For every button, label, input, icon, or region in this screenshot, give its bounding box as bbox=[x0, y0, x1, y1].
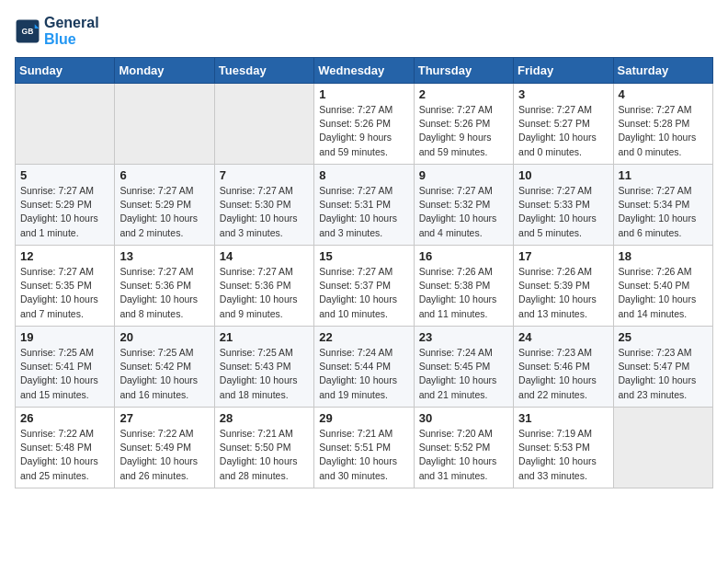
day-number: 25 bbox=[619, 330, 708, 344]
calendar-cell: 7Sunrise: 7:27 AMSunset: 5:30 PMDaylight… bbox=[214, 165, 313, 246]
day-info: Sunrise: 7:27 AMSunset: 5:28 PMDaylight:… bbox=[619, 103, 708, 159]
day-info: Sunrise: 7:27 AMSunset: 5:34 PMDaylight:… bbox=[619, 184, 708, 240]
day-info: Sunrise: 7:22 AMSunset: 5:49 PMDaylight:… bbox=[119, 427, 209, 483]
day-info: Sunrise: 7:27 AMSunset: 5:26 PMDaylight:… bbox=[319, 103, 408, 159]
day-info: Sunrise: 7:22 AMSunset: 5:48 PMDaylight:… bbox=[20, 427, 109, 483]
day-number: 15 bbox=[319, 249, 408, 263]
day-info: Sunrise: 7:19 AMSunset: 5:53 PMDaylight:… bbox=[518, 427, 608, 483]
header-day: Sunday bbox=[16, 58, 115, 84]
day-number: 19 bbox=[20, 330, 109, 344]
day-info: Sunrise: 7:24 AMSunset: 5:44 PMDaylight:… bbox=[319, 346, 408, 402]
day-info: Sunrise: 7:27 AMSunset: 5:30 PMDaylight:… bbox=[220, 184, 309, 240]
calendar-table: SundayMondayTuesdayWednesdayThursdayFrid… bbox=[15, 57, 713, 488]
calendar-cell: 29Sunrise: 7:21 AMSunset: 5:51 PMDayligh… bbox=[314, 408, 414, 488]
calendar-cell: 26Sunrise: 7:22 AMSunset: 5:48 PMDayligh… bbox=[16, 408, 115, 488]
day-info: Sunrise: 7:21 AMSunset: 5:51 PMDaylight:… bbox=[319, 427, 408, 483]
page-header: GB General Blue bbox=[15, 15, 713, 48]
day-info: Sunrise: 7:27 AMSunset: 5:26 PMDaylight:… bbox=[419, 103, 508, 159]
day-number: 23 bbox=[419, 330, 508, 344]
calendar-cell: 23Sunrise: 7:24 AMSunset: 5:45 PMDayligh… bbox=[414, 327, 513, 408]
calendar-cell bbox=[115, 84, 214, 165]
header-day: Thursday bbox=[414, 58, 513, 84]
header-day: Saturday bbox=[613, 58, 712, 84]
day-number: 21 bbox=[220, 330, 309, 344]
calendar-cell bbox=[214, 84, 313, 165]
header-day: Friday bbox=[514, 58, 613, 84]
calendar-week: 26Sunrise: 7:22 AMSunset: 5:48 PMDayligh… bbox=[16, 408, 713, 488]
day-info: Sunrise: 7:27 AMSunset: 5:36 PMDaylight:… bbox=[119, 265, 209, 321]
calendar-cell: 28Sunrise: 7:21 AMSunset: 5:50 PMDayligh… bbox=[214, 408, 313, 488]
calendar-cell: 11Sunrise: 7:27 AMSunset: 5:34 PMDayligh… bbox=[613, 165, 712, 246]
day-info: Sunrise: 7:27 AMSunset: 5:37 PMDaylight:… bbox=[319, 265, 408, 321]
calendar-cell: 12Sunrise: 7:27 AMSunset: 5:35 PMDayligh… bbox=[16, 246, 115, 327]
calendar-cell: 1Sunrise: 7:27 AMSunset: 5:26 PMDaylight… bbox=[314, 84, 414, 165]
day-number: 13 bbox=[119, 249, 209, 263]
day-number: 26 bbox=[20, 411, 109, 425]
calendar-cell: 16Sunrise: 7:26 AMSunset: 5:38 PMDayligh… bbox=[414, 246, 513, 327]
calendar-week: 12Sunrise: 7:27 AMSunset: 5:35 PMDayligh… bbox=[16, 246, 713, 327]
day-number: 9 bbox=[419, 168, 508, 182]
day-info: Sunrise: 7:27 AMSunset: 5:35 PMDaylight:… bbox=[20, 265, 109, 321]
calendar-cell: 9Sunrise: 7:27 AMSunset: 5:32 PMDaylight… bbox=[414, 165, 513, 246]
calendar-cell: 30Sunrise: 7:20 AMSunset: 5:52 PMDayligh… bbox=[414, 408, 513, 488]
logo-icon: GB bbox=[15, 18, 40, 44]
calendar-cell: 17Sunrise: 7:26 AMSunset: 5:39 PMDayligh… bbox=[514, 246, 613, 327]
calendar-cell: 27Sunrise: 7:22 AMSunset: 5:49 PMDayligh… bbox=[115, 408, 214, 488]
day-number: 27 bbox=[119, 411, 209, 425]
day-number: 22 bbox=[319, 330, 408, 344]
day-number: 3 bbox=[518, 87, 608, 101]
day-number: 24 bbox=[518, 330, 608, 344]
calendar-cell: 5Sunrise: 7:27 AMSunset: 5:29 PMDaylight… bbox=[16, 165, 115, 246]
day-number: 28 bbox=[220, 411, 309, 425]
day-number: 12 bbox=[20, 249, 109, 263]
svg-text:GB: GB bbox=[22, 27, 34, 36]
header-day: Tuesday bbox=[214, 58, 313, 84]
calendar-week: 19Sunrise: 7:25 AMSunset: 5:41 PMDayligh… bbox=[16, 327, 713, 408]
logo-text: General Blue bbox=[44, 15, 99, 48]
calendar-cell: 25Sunrise: 7:23 AMSunset: 5:47 PMDayligh… bbox=[613, 327, 712, 408]
day-info: Sunrise: 7:27 AMSunset: 5:27 PMDaylight:… bbox=[518, 103, 608, 159]
day-number: 7 bbox=[220, 168, 309, 182]
calendar-cell: 3Sunrise: 7:27 AMSunset: 5:27 PMDaylight… bbox=[514, 84, 613, 165]
day-info: Sunrise: 7:20 AMSunset: 5:52 PMDaylight:… bbox=[419, 427, 508, 483]
day-number: 8 bbox=[319, 168, 408, 182]
calendar-cell: 8Sunrise: 7:27 AMSunset: 5:31 PMDaylight… bbox=[314, 165, 414, 246]
day-info: Sunrise: 7:26 AMSunset: 5:40 PMDaylight:… bbox=[619, 265, 708, 321]
day-info: Sunrise: 7:26 AMSunset: 5:39 PMDaylight:… bbox=[518, 265, 608, 321]
day-number: 16 bbox=[419, 249, 508, 263]
day-number: 4 bbox=[619, 87, 708, 101]
day-info: Sunrise: 7:27 AMSunset: 5:32 PMDaylight:… bbox=[419, 184, 508, 240]
day-number: 31 bbox=[518, 411, 608, 425]
calendar-cell: 20Sunrise: 7:25 AMSunset: 5:42 PMDayligh… bbox=[115, 327, 214, 408]
day-info: Sunrise: 7:25 AMSunset: 5:43 PMDaylight:… bbox=[220, 346, 309, 402]
day-info: Sunrise: 7:27 AMSunset: 5:31 PMDaylight:… bbox=[319, 184, 408, 240]
calendar-cell: 14Sunrise: 7:27 AMSunset: 5:36 PMDayligh… bbox=[214, 246, 313, 327]
calendar-cell: 4Sunrise: 7:27 AMSunset: 5:28 PMDaylight… bbox=[613, 84, 712, 165]
day-number: 2 bbox=[419, 87, 508, 101]
day-info: Sunrise: 7:25 AMSunset: 5:41 PMDaylight:… bbox=[20, 346, 109, 402]
calendar-cell: 24Sunrise: 7:23 AMSunset: 5:46 PMDayligh… bbox=[514, 327, 613, 408]
calendar-week: 1Sunrise: 7:27 AMSunset: 5:26 PMDaylight… bbox=[16, 84, 713, 165]
day-info: Sunrise: 7:26 AMSunset: 5:38 PMDaylight:… bbox=[419, 265, 508, 321]
day-info: Sunrise: 7:23 AMSunset: 5:46 PMDaylight:… bbox=[518, 346, 608, 402]
calendar-cell: 6Sunrise: 7:27 AMSunset: 5:29 PMDaylight… bbox=[115, 165, 214, 246]
day-info: Sunrise: 7:27 AMSunset: 5:36 PMDaylight:… bbox=[220, 265, 309, 321]
day-info: Sunrise: 7:23 AMSunset: 5:47 PMDaylight:… bbox=[619, 346, 708, 402]
logo: GB General Blue bbox=[15, 15, 99, 48]
calendar-cell: 10Sunrise: 7:27 AMSunset: 5:33 PMDayligh… bbox=[514, 165, 613, 246]
calendar-cell: 13Sunrise: 7:27 AMSunset: 5:36 PMDayligh… bbox=[115, 246, 214, 327]
calendar-week: 5Sunrise: 7:27 AMSunset: 5:29 PMDaylight… bbox=[16, 165, 713, 246]
calendar-cell: 15Sunrise: 7:27 AMSunset: 5:37 PMDayligh… bbox=[314, 246, 414, 327]
day-number: 30 bbox=[419, 411, 508, 425]
day-number: 6 bbox=[119, 168, 209, 182]
day-number: 17 bbox=[518, 249, 608, 263]
calendar-cell: 19Sunrise: 7:25 AMSunset: 5:41 PMDayligh… bbox=[16, 327, 115, 408]
day-number: 10 bbox=[518, 168, 608, 182]
header-row: SundayMondayTuesdayWednesdayThursdayFrid… bbox=[16, 58, 713, 84]
calendar-cell: 31Sunrise: 7:19 AMSunset: 5:53 PMDayligh… bbox=[514, 408, 613, 488]
day-number: 18 bbox=[619, 249, 708, 263]
header-day: Monday bbox=[115, 58, 214, 84]
calendar-cell: 2Sunrise: 7:27 AMSunset: 5:26 PMDaylight… bbox=[414, 84, 513, 165]
day-number: 1 bbox=[319, 87, 408, 101]
day-number: 11 bbox=[619, 168, 708, 182]
